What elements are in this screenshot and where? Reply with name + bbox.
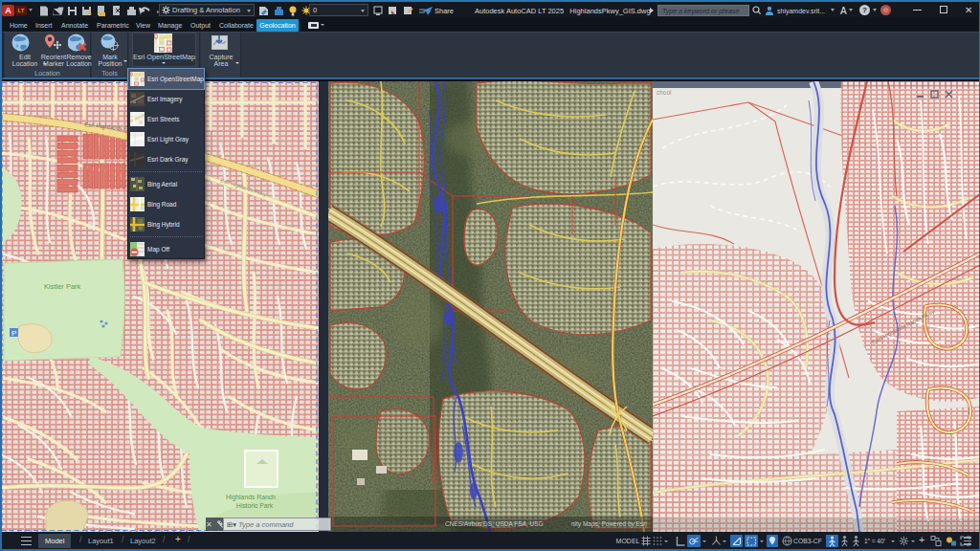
svg-text:chool: chool [657,89,672,96]
